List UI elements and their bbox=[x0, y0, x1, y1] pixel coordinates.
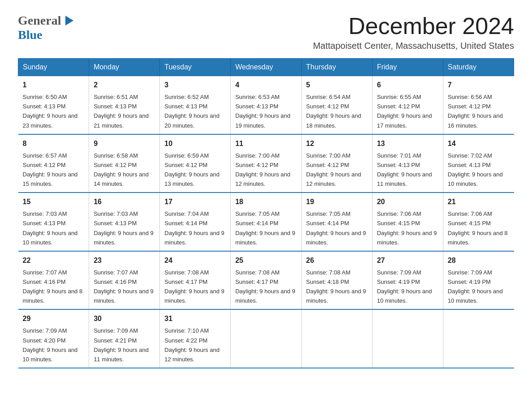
day-info: Sunrise: 6:56 AMSunset: 4:12 PMDaylight:… bbox=[448, 94, 503, 128]
day-number: 20 bbox=[377, 197, 438, 207]
day-number: 2 bbox=[94, 80, 155, 90]
logo-arrow-icon bbox=[62, 14, 75, 27]
day-number: 30 bbox=[94, 313, 155, 324]
calendar-day-cell: 3 Sunrise: 6:52 AMSunset: 4:13 PMDayligh… bbox=[160, 76, 231, 134]
calendar-day-cell: 21 Sunrise: 7:06 AMSunset: 4:15 PMDaylig… bbox=[443, 193, 514, 251]
calendar-day-cell: 20 Sunrise: 7:06 AMSunset: 4:15 PMDaylig… bbox=[372, 193, 443, 251]
day-number: 27 bbox=[377, 255, 438, 266]
day-info: Sunrise: 7:09 AMSunset: 4:21 PMDaylight:… bbox=[94, 327, 149, 362]
day-info: Sunrise: 7:00 AMSunset: 4:12 PMDaylight:… bbox=[306, 152, 361, 187]
day-info: Sunrise: 6:55 AMSunset: 4:12 PMDaylight:… bbox=[377, 94, 432, 128]
calendar-week-row: 1 Sunrise: 6:50 AMSunset: 4:13 PMDayligh… bbox=[18, 76, 514, 134]
calendar-day-cell: 18 Sunrise: 7:05 AMSunset: 4:14 PMDaylig… bbox=[231, 193, 301, 251]
day-info: Sunrise: 7:07 AMSunset: 4:16 PMDaylight:… bbox=[23, 269, 83, 304]
calendar-week-row: 8 Sunrise: 6:57 AMSunset: 4:12 PMDayligh… bbox=[18, 134, 514, 193]
day-info: Sunrise: 6:58 AMSunset: 4:12 PMDaylight:… bbox=[94, 152, 149, 187]
calendar-day-cell: 29 Sunrise: 7:09 AMSunset: 4:20 PMDaylig… bbox=[18, 309, 89, 368]
day-number: 12 bbox=[306, 138, 368, 149]
day-info: Sunrise: 6:52 AMSunset: 4:13 PMDaylight:… bbox=[164, 94, 219, 128]
calendar-day-cell: 11 Sunrise: 7:00 AMSunset: 4:12 PMDaylig… bbox=[231, 134, 301, 193]
calendar-day-cell: 5 Sunrise: 6:54 AMSunset: 4:12 PMDayligh… bbox=[301, 76, 372, 134]
calendar-day-cell: 12 Sunrise: 7:00 AMSunset: 4:12 PMDaylig… bbox=[301, 134, 372, 193]
calendar-header-row: SundayMondayTuesdayWednesdayThursdayFrid… bbox=[18, 59, 514, 76]
location-subtitle: Mattapoisett Center, Massachusetts, Unit… bbox=[313, 41, 514, 51]
day-info: Sunrise: 7:09 AMSunset: 4:20 PMDaylight:… bbox=[23, 327, 78, 362]
calendar-day-cell: 23 Sunrise: 7:07 AMSunset: 4:16 PMDaylig… bbox=[89, 251, 160, 310]
day-of-week-header: Thursday bbox=[301, 59, 372, 76]
day-number: 10 bbox=[164, 138, 226, 149]
calendar-day-cell: 17 Sunrise: 7:04 AMSunset: 4:14 PMDaylig… bbox=[160, 193, 231, 251]
calendar-day-cell: 31 Sunrise: 7:10 AMSunset: 4:22 PMDaylig… bbox=[160, 309, 231, 368]
day-number: 15 bbox=[23, 197, 85, 207]
day-info: Sunrise: 7:08 AMSunset: 4:18 PMDaylight:… bbox=[306, 269, 366, 304]
calendar-day-cell: 2 Sunrise: 6:51 AMSunset: 4:13 PMDayligh… bbox=[89, 76, 160, 134]
day-number: 31 bbox=[164, 313, 226, 324]
day-number: 21 bbox=[448, 197, 510, 207]
day-of-week-header: Monday bbox=[89, 59, 160, 76]
calendar-week-row: 15 Sunrise: 7:03 AMSunset: 4:13 PMDaylig… bbox=[18, 193, 514, 251]
day-number: 23 bbox=[94, 255, 155, 266]
day-number: 6 bbox=[377, 80, 438, 90]
day-info: Sunrise: 7:08 AMSunset: 4:17 PMDaylight:… bbox=[164, 269, 224, 304]
day-info: Sunrise: 6:53 AMSunset: 4:13 PMDaylight:… bbox=[235, 94, 290, 128]
logo-general-text: General bbox=[18, 13, 61, 28]
day-number: 22 bbox=[23, 255, 85, 266]
calendar-day-cell: 9 Sunrise: 6:58 AMSunset: 4:12 PMDayligh… bbox=[89, 134, 160, 193]
day-info: Sunrise: 7:08 AMSunset: 4:17 PMDaylight:… bbox=[235, 269, 295, 304]
calendar-day-cell: 16 Sunrise: 7:03 AMSunset: 4:13 PMDaylig… bbox=[89, 193, 160, 251]
day-number: 3 bbox=[164, 80, 226, 90]
calendar-day-cell: 22 Sunrise: 7:07 AMSunset: 4:16 PMDaylig… bbox=[18, 251, 89, 310]
svg-marker-0 bbox=[65, 16, 73, 26]
calendar-day-cell bbox=[443, 309, 514, 368]
day-number: 28 bbox=[448, 255, 510, 266]
day-number: 8 bbox=[23, 138, 85, 149]
day-number: 29 bbox=[23, 313, 85, 324]
calendar-day-cell: 25 Sunrise: 7:08 AMSunset: 4:17 PMDaylig… bbox=[231, 251, 301, 310]
day-info: Sunrise: 6:54 AMSunset: 4:12 PMDaylight:… bbox=[306, 94, 361, 128]
logo-blue-text: Blue bbox=[18, 28, 42, 42]
day-number: 13 bbox=[377, 138, 438, 149]
calendar-day-cell: 28 Sunrise: 7:09 AMSunset: 4:19 PMDaylig… bbox=[443, 251, 514, 310]
calendar-day-cell: 6 Sunrise: 6:55 AMSunset: 4:12 PMDayligh… bbox=[372, 76, 443, 134]
day-info: Sunrise: 6:50 AMSunset: 4:13 PMDaylight:… bbox=[23, 94, 78, 128]
calendar-day-cell: 14 Sunrise: 7:02 AMSunset: 4:13 PMDaylig… bbox=[443, 134, 514, 193]
calendar-day-cell bbox=[301, 309, 372, 368]
day-info: Sunrise: 7:04 AMSunset: 4:14 PMDaylight:… bbox=[164, 210, 224, 245]
day-number: 9 bbox=[94, 138, 155, 149]
day-info: Sunrise: 7:05 AMSunset: 4:14 PMDaylight:… bbox=[235, 210, 295, 245]
day-info: Sunrise: 7:10 AMSunset: 4:22 PMDaylight:… bbox=[164, 327, 219, 362]
day-info: Sunrise: 7:09 AMSunset: 4:19 PMDaylight:… bbox=[448, 269, 503, 304]
day-number: 5 bbox=[306, 80, 368, 90]
calendar-day-cell: 4 Sunrise: 6:53 AMSunset: 4:13 PMDayligh… bbox=[231, 76, 301, 134]
title-area: December 2024 Mattapoisett Center, Massa… bbox=[313, 13, 514, 51]
day-number: 24 bbox=[164, 255, 226, 266]
logo: General Blue bbox=[18, 13, 75, 42]
day-info: Sunrise: 7:02 AMSunset: 4:13 PMDaylight:… bbox=[448, 152, 503, 187]
day-info: Sunrise: 7:03 AMSunset: 4:13 PMDaylight:… bbox=[23, 210, 78, 245]
day-number: 7 bbox=[448, 80, 510, 90]
day-number: 16 bbox=[94, 197, 155, 207]
day-of-week-header: Wednesday bbox=[231, 59, 301, 76]
calendar-day-cell: 26 Sunrise: 7:08 AMSunset: 4:18 PMDaylig… bbox=[301, 251, 372, 310]
calendar-day-cell: 1 Sunrise: 6:50 AMSunset: 4:13 PMDayligh… bbox=[18, 76, 89, 134]
calendar-day-cell: 27 Sunrise: 7:09 AMSunset: 4:19 PMDaylig… bbox=[372, 251, 443, 310]
page-header: General Blue December 2024 Mattapoisett … bbox=[18, 13, 514, 51]
day-number: 4 bbox=[235, 80, 296, 90]
calendar-day-cell: 10 Sunrise: 6:59 AMSunset: 4:12 PMDaylig… bbox=[160, 134, 231, 193]
day-number: 25 bbox=[235, 255, 296, 266]
calendar-day-cell: 8 Sunrise: 6:57 AMSunset: 4:12 PMDayligh… bbox=[18, 134, 89, 193]
day-number: 14 bbox=[448, 138, 510, 149]
calendar-day-cell: 7 Sunrise: 6:56 AMSunset: 4:12 PMDayligh… bbox=[443, 76, 514, 134]
calendar-day-cell: 19 Sunrise: 7:05 AMSunset: 4:14 PMDaylig… bbox=[301, 193, 372, 251]
calendar-week-row: 29 Sunrise: 7:09 AMSunset: 4:20 PMDaylig… bbox=[18, 309, 514, 368]
day-info: Sunrise: 7:05 AMSunset: 4:14 PMDaylight:… bbox=[306, 210, 366, 245]
day-info: Sunrise: 7:00 AMSunset: 4:12 PMDaylight:… bbox=[235, 152, 290, 187]
calendar-week-row: 22 Sunrise: 7:07 AMSunset: 4:16 PMDaylig… bbox=[18, 251, 514, 310]
month-title: December 2024 bbox=[313, 13, 514, 39]
day-number: 1 bbox=[23, 80, 85, 90]
day-info: Sunrise: 6:59 AMSunset: 4:12 PMDaylight:… bbox=[164, 152, 219, 187]
day-info: Sunrise: 7:09 AMSunset: 4:19 PMDaylight:… bbox=[377, 269, 432, 304]
day-of-week-header: Friday bbox=[372, 59, 443, 76]
day-number: 11 bbox=[235, 138, 296, 149]
calendar-day-cell bbox=[231, 309, 301, 368]
